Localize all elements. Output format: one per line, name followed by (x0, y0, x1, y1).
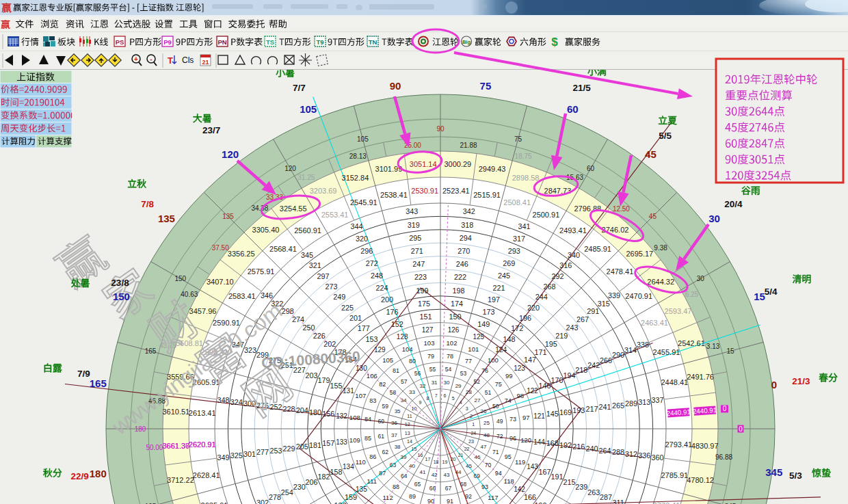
svg-text:325: 325 (230, 451, 243, 460)
svg-text:2583.41: 2583.41 (228, 292, 256, 300)
svg-text:93: 93 (481, 483, 488, 490)
svg-text:111: 111 (367, 477, 377, 485)
svg-text:2613.41: 2613.41 (189, 409, 216, 417)
svg-text:144: 144 (533, 438, 545, 446)
svg-text:2478.41: 2478.41 (607, 267, 634, 276)
svg-text:43: 43 (443, 472, 449, 478)
svg-text:318: 318 (461, 221, 473, 229)
svg-text:253: 253 (269, 447, 282, 455)
svg-text:106: 106 (367, 372, 377, 380)
svg-text:2523.41: 2523.41 (442, 187, 470, 195)
svg-text:2491.76: 2491.76 (687, 373, 714, 381)
svg-text:314: 314 (624, 346, 637, 354)
svg-text:200: 200 (381, 295, 393, 304)
svg-text:250: 250 (302, 323, 315, 332)
svg-text:248: 248 (371, 271, 383, 280)
svg-text:66: 66 (429, 485, 436, 492)
svg-text:74: 74 (505, 397, 512, 404)
svg-text:180: 180 (90, 468, 107, 479)
svg-text:249: 249 (333, 293, 345, 301)
svg-text:63: 63 (390, 462, 397, 468)
svg-text:153: 153 (365, 335, 377, 343)
svg-text:292: 292 (551, 272, 564, 280)
svg-text:37: 37 (391, 432, 397, 438)
svg-text:109: 109 (349, 436, 360, 444)
svg-text:PN: PN (217, 38, 226, 46)
svg-text:129: 129 (374, 346, 386, 354)
svg-text:193: 193 (572, 406, 585, 414)
svg-text:65: 65 (414, 481, 421, 488)
svg-text:41: 41 (419, 469, 425, 475)
svg-text:39: 39 (401, 454, 407, 460)
svg-text:296: 296 (360, 247, 373, 255)
svg-text:203: 203 (306, 371, 318, 380)
svg-text:119: 119 (515, 458, 525, 466)
svg-text:2470.91: 2470.91 (625, 292, 652, 300)
svg-text:2593.47: 2593.47 (665, 307, 692, 315)
svg-text:90: 90 (436, 125, 445, 133)
svg-text:2695.17: 2695.17 (626, 250, 653, 258)
svg-text:110: 110 (356, 458, 366, 466)
svg-text:54: 54 (445, 366, 452, 373)
svg-text:2620.91: 2620.91 (189, 440, 216, 449)
svg-text:38: 38 (395, 444, 401, 450)
svg-text:150: 150 (113, 291, 130, 302)
svg-text:60: 60 (567, 103, 579, 115)
svg-text:30: 30 (708, 213, 720, 224)
svg-text:168: 168 (546, 439, 559, 447)
svg-text:5: 5 (452, 396, 455, 401)
svg-text:300: 300 (243, 399, 256, 408)
svg-text:0: 0 (771, 379, 777, 390)
svg-text:90: 90 (390, 80, 401, 92)
svg-text:105: 105 (357, 135, 369, 143)
svg-text:31: 31 (432, 380, 438, 386)
svg-text:215: 215 (563, 478, 575, 486)
svg-text:36: 36 (391, 420, 397, 426)
svg-text:121: 121 (533, 412, 545, 420)
svg-text:222: 222 (454, 273, 466, 281)
svg-text:82: 82 (379, 381, 386, 388)
svg-text:287: 287 (600, 493, 612, 501)
svg-text:62: 62 (382, 449, 388, 455)
svg-text:342: 342 (463, 207, 475, 215)
svg-text:23/7: 23/7 (202, 125, 220, 135)
svg-text:51: 51 (485, 389, 492, 396)
svg-text:2538.41: 2538.41 (380, 191, 408, 199)
svg-text:4780.12: 4780.12 (687, 476, 714, 484)
svg-text:44: 44 (455, 469, 462, 475)
svg-text:5/5: 5/5 (659, 131, 672, 141)
svg-text:266: 266 (600, 356, 612, 364)
svg-text:3610.51: 3610.51 (162, 408, 189, 416)
svg-text:Big: Big (462, 39, 471, 45)
svg-text:19: 19 (442, 460, 448, 464)
svg-text:88: 88 (393, 483, 399, 490)
svg-text:179: 179 (317, 376, 330, 384)
svg-text:242: 242 (587, 361, 600, 369)
svg-text:34.38: 34.38 (251, 204, 268, 212)
svg-text:75: 75 (514, 135, 522, 143)
svg-text:6.25: 6.25 (685, 291, 699, 298)
svg-text:92: 92 (465, 493, 472, 500)
svg-text:224: 224 (375, 284, 388, 292)
svg-text:151: 151 (419, 313, 432, 321)
svg-text:345: 345 (765, 466, 782, 478)
svg-text:73: 73 (509, 416, 516, 423)
svg-text:145: 145 (546, 410, 559, 418)
svg-text:83: 83 (369, 397, 376, 404)
svg-text:90: 90 (427, 498, 434, 504)
svg-text:293: 293 (508, 247, 520, 255)
svg-text:150: 150 (174, 275, 186, 282)
svg-text:18.75: 18.75 (515, 152, 532, 160)
svg-text:105: 105 (382, 356, 393, 364)
svg-text:37.50: 37.50 (212, 244, 229, 252)
svg-text:343: 343 (406, 207, 418, 215)
svg-text:2553.41: 2553.41 (321, 211, 349, 219)
svg-text:53: 53 (460, 370, 467, 377)
svg-text:1: 1 (472, 422, 475, 427)
svg-text:12.50: 12.50 (613, 205, 630, 213)
svg-text:18: 18 (434, 460, 439, 464)
svg-text:289: 289 (625, 399, 637, 408)
svg-text:3457.96: 3457.96 (189, 307, 217, 315)
svg-text:152: 152 (391, 320, 403, 328)
svg-text:Cls: Cls (182, 55, 194, 65)
